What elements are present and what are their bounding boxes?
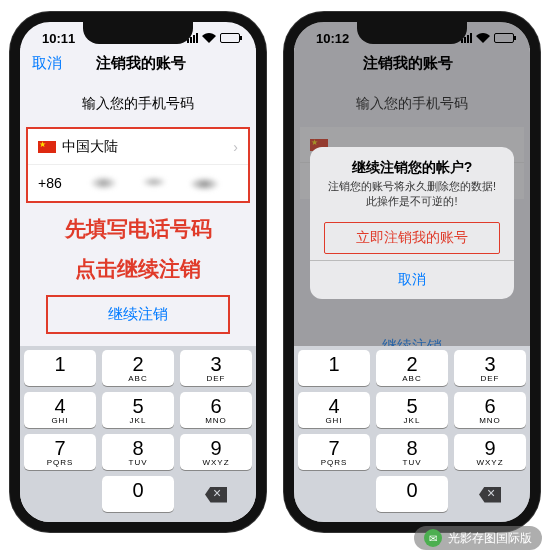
key-letters: WXYZ xyxy=(180,458,252,467)
key-number: 5 xyxy=(102,396,174,416)
key-number: 5 xyxy=(376,396,448,416)
watermark-text: 光影存图国际版 xyxy=(448,530,532,547)
battery-icon xyxy=(220,33,240,43)
key-number: 3 xyxy=(180,354,252,374)
key-8[interactable]: 8TUV xyxy=(102,434,174,470)
key-number: 6 xyxy=(454,396,526,416)
instruction-1: 先填写电话号码 xyxy=(20,215,256,243)
key-number: 6 xyxy=(180,396,252,416)
key-letters: TUV xyxy=(102,458,174,467)
phone-input[interactable]: +86 xyxy=(28,165,248,201)
phone-input-group: 中国大陆 › +86 xyxy=(26,127,250,203)
dialog-message: 注销您的账号将永久删除您的数据! 此操作是不可逆的! xyxy=(310,179,514,222)
key-9[interactable]: 9WXYZ xyxy=(454,434,526,470)
confirm-delete-button[interactable]: 立即注销我的账号 xyxy=(324,222,500,254)
wechat-icon: ✉ xyxy=(424,529,442,547)
key-4[interactable]: 4GHI xyxy=(24,392,96,428)
key-0[interactable]: 0 xyxy=(102,476,174,512)
flag-icon xyxy=(38,141,56,153)
continue-highlight: 继续注销 xyxy=(46,295,230,334)
nav-bar: 取消 注销我的账号 xyxy=(20,48,256,81)
key-3[interactable]: 3DEF xyxy=(180,350,252,386)
country-label: 中国大陆 xyxy=(62,138,118,156)
status-time: 10:11 xyxy=(42,31,75,46)
backspace-icon xyxy=(205,487,227,503)
key-letters: GHI xyxy=(24,416,96,425)
key-letters: WXYZ xyxy=(454,458,526,467)
key-number: 8 xyxy=(376,438,448,458)
numeric-keypad: 1 2ABC3DEF4GHI5JKL6MNO7PQRS8TUV9WXYZ0 xyxy=(294,346,530,522)
key-letters: JKL xyxy=(102,416,174,425)
continue-button[interactable]: 继续注销 xyxy=(52,301,224,328)
dialog-title: 继续注销您的帐户? xyxy=(310,147,514,179)
key-number: 3 xyxy=(454,354,526,374)
key-letters: DEF xyxy=(454,374,526,383)
key-1[interactable]: 1 xyxy=(24,350,96,386)
key-number: 0 xyxy=(376,480,448,500)
confirm-dialog: 继续注销您的帐户? 注销您的账号将永久删除您的数据! 此操作是不可逆的! 立即注… xyxy=(310,147,514,299)
backspace-key[interactable] xyxy=(180,476,252,512)
key-5[interactable]: 5JKL xyxy=(102,392,174,428)
notch xyxy=(357,22,467,44)
redacted-number xyxy=(70,173,238,193)
key-number: 7 xyxy=(298,438,370,458)
subtitle: 输入您的手机号码 xyxy=(20,81,256,127)
key-letters: PQRS xyxy=(298,458,370,467)
key-5[interactable]: 5JKL xyxy=(376,392,448,428)
backspace-icon xyxy=(479,487,501,503)
chevron-right-icon: › xyxy=(233,139,238,155)
wifi-icon xyxy=(202,33,216,43)
key-4[interactable]: 4GHI xyxy=(298,392,370,428)
key-0[interactable]: 0 xyxy=(376,476,448,512)
key-9[interactable]: 9WXYZ xyxy=(180,434,252,470)
key-6[interactable]: 6MNO xyxy=(180,392,252,428)
key-3[interactable]: 3DEF xyxy=(454,350,526,386)
dialog-cancel-button[interactable]: 取消 xyxy=(310,260,514,299)
key-letters xyxy=(376,500,448,509)
country-selector[interactable]: 中国大陆 › xyxy=(28,129,248,165)
key-number: 4 xyxy=(24,396,96,416)
key-number: 9 xyxy=(180,438,252,458)
backspace-key[interactable] xyxy=(454,476,526,512)
key-2[interactable]: 2ABC xyxy=(102,350,174,386)
key-7[interactable]: 7PQRS xyxy=(298,434,370,470)
key-letters xyxy=(298,374,370,383)
key-8[interactable]: 8TUV xyxy=(376,434,448,470)
key-number: 1 xyxy=(24,354,96,374)
key-number: 4 xyxy=(298,396,370,416)
phone-right: 10:12 xx 注销我的账号 输入您的手机号码 xx +86 xyxy=(284,12,540,532)
key-6[interactable]: 6MNO xyxy=(454,392,526,428)
key-2[interactable]: 2ABC xyxy=(376,350,448,386)
numeric-keypad: 1 2ABC3DEF4GHI5JKL6MNO7PQRS8TUV9WXYZ0 xyxy=(20,346,256,522)
key-letters: PQRS xyxy=(24,458,96,467)
key-number: 2 xyxy=(102,354,174,374)
notch xyxy=(83,22,193,44)
key-number: 7 xyxy=(24,438,96,458)
key-letters: JKL xyxy=(376,416,448,425)
watermark: ✉ 光影存图国际版 xyxy=(414,526,542,550)
phone-left: 10:11 取消 注销我的账号 输入您的手机号码 中国大陆 › +86 xyxy=(10,12,266,532)
key-letters: MNO xyxy=(180,416,252,425)
key-letters: DEF xyxy=(180,374,252,383)
key-7[interactable]: 7PQRS xyxy=(24,434,96,470)
country-code: +86 xyxy=(38,175,62,191)
key-letters: ABC xyxy=(102,374,174,383)
key-letters: ABC xyxy=(376,374,448,383)
key-letters xyxy=(24,374,96,383)
key-letters: MNO xyxy=(454,416,526,425)
key-number: 8 xyxy=(102,438,174,458)
key-1[interactable]: 1 xyxy=(298,350,370,386)
key-number: 1 xyxy=(298,354,370,374)
cancel-button[interactable]: 取消 xyxy=(32,54,62,73)
key-number: 0 xyxy=(102,480,174,500)
key-letters xyxy=(102,500,174,509)
key-number: 9 xyxy=(454,438,526,458)
key-letters: TUV xyxy=(376,458,448,467)
key-number: 2 xyxy=(376,354,448,374)
instruction-2: 点击继续注销 xyxy=(20,255,256,283)
key-letters: GHI xyxy=(298,416,370,425)
page-title: 注销我的账号 xyxy=(62,54,220,73)
